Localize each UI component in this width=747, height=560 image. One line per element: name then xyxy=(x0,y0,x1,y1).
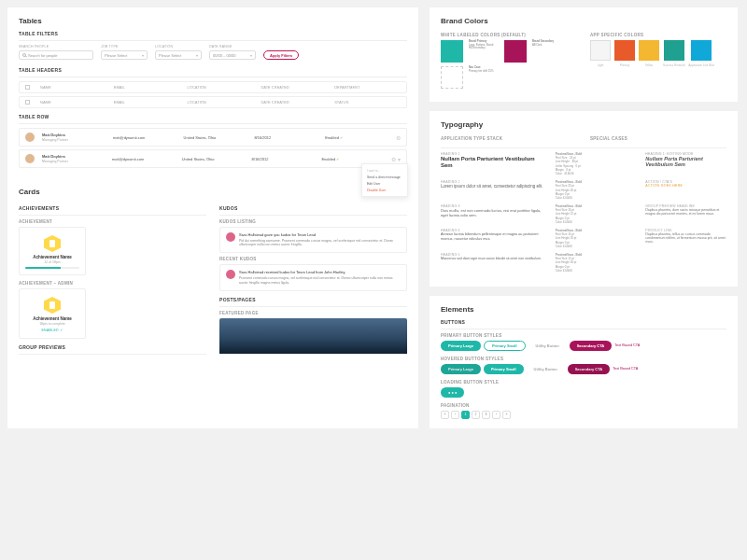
table-header-row: NameEmailLocationDate CreatedStatus xyxy=(19,96,407,108)
achievement-admin-label: Achievement – Admin xyxy=(19,281,206,286)
typography-title: Typography xyxy=(441,120,726,129)
text-cta-button[interactable]: Text Based CTA xyxy=(613,367,638,371)
search-input[interactable]: Search for people xyxy=(19,50,93,60)
heading-1-sample: Nullam Porta Parturient Vestibulum Sem xyxy=(441,156,546,169)
jobtype-select[interactable]: Please Select xyxy=(101,50,148,60)
swatch-secondary xyxy=(504,40,527,63)
app-colors-heading: App Specific Colors xyxy=(590,33,726,37)
checkbox-icon[interactable] xyxy=(25,100,30,105)
kudos-card[interactable]: Sara Hallstead gave you kudos for Team L… xyxy=(219,227,407,253)
avatar xyxy=(226,270,235,279)
menu-item[interactable]: Send a direct message xyxy=(365,174,404,180)
hover-buttons-label: Hovered Button Styles xyxy=(441,357,726,361)
gear-icon[interactable]: ⚙ xyxy=(396,134,401,141)
kudos-card[interactable]: Sara Hallstead received kudos for Team L… xyxy=(219,264,407,290)
swatch xyxy=(691,40,712,61)
daterange-select[interactable]: 00/00 – 00/00 xyxy=(209,50,256,60)
jobtype-label: Job Type xyxy=(101,45,148,49)
gear-icon[interactable]: ⚙ ▾ xyxy=(391,156,401,162)
product-link-sample: Dapibus pharetra, tellus ac cursus commo… xyxy=(645,232,726,244)
featured-page-image[interactable] xyxy=(219,318,407,354)
avatar xyxy=(25,154,35,163)
avatar xyxy=(25,133,35,142)
white-label-heading: White Labeled Colors (Default) xyxy=(441,33,577,37)
achievement-label: Achievement xyxy=(19,219,206,224)
kudos-listing-label: Kudos Listing xyxy=(219,219,407,224)
page-button[interactable]: 2 xyxy=(472,411,480,419)
swatch xyxy=(590,40,611,61)
recent-kudos-label: Recent Kudos xyxy=(219,257,407,261)
progress-bar xyxy=(25,267,79,269)
page-button[interactable]: ‹ xyxy=(451,411,459,419)
swatch xyxy=(614,40,635,61)
group-preview-sample: Dapibus pharetra, dum sociis natoque pen… xyxy=(645,208,726,216)
primary-large-button[interactable]: Primary Large xyxy=(441,341,481,351)
special-cases-heading: Special cases xyxy=(590,136,726,141)
swatch xyxy=(664,40,684,61)
menu-item-disable[interactable]: Disable User xyxy=(365,187,404,193)
elements-title: Elements xyxy=(441,305,726,314)
check-icon: ✓ xyxy=(340,135,343,140)
enabled-badge: ENABLED ✓ xyxy=(25,329,79,332)
check-icon: ✓ xyxy=(336,157,339,161)
filter-row: Search People Search for people Job Type… xyxy=(19,45,407,60)
swatch-navcase xyxy=(441,66,463,89)
achievement-card[interactable]: Achievement Name 18pts to complete ENABL… xyxy=(19,288,86,339)
tables-title: Tables xyxy=(19,17,407,25)
type-stack-heading: Application Type Stack xyxy=(441,136,577,141)
swatch-row: Brand PrimaryLogo, Buttons, Brand H1/Sec… xyxy=(441,40,577,63)
heading-2-sample: Lorem ipsum dolor sit amet, consectetur … xyxy=(441,184,546,189)
location-select[interactable]: Please Select xyxy=(155,50,202,60)
featured-page-label: Featured Page xyxy=(219,311,407,315)
achievement-badge-icon xyxy=(44,235,61,252)
page-button[interactable]: 1 xyxy=(461,411,470,419)
secondary-cta-button[interactable]: Secondary CTA xyxy=(570,341,613,351)
page-button[interactable]: » xyxy=(502,411,511,419)
pagination: «‹123›» xyxy=(441,411,726,419)
page-button[interactable]: 3 xyxy=(482,411,490,419)
posts-pages-heading: Posts/Pages xyxy=(219,297,407,302)
achievement-badge-icon xyxy=(44,297,61,314)
avatar xyxy=(226,232,235,242)
location-label: Location xyxy=(155,45,202,49)
primary-buttons-label: Primary Button Styles xyxy=(441,333,726,338)
achievements-heading: Achievements xyxy=(19,205,206,211)
menu-item[interactable]: Edit User xyxy=(365,180,404,187)
type-spec: ProximaNova - Bold Font Size 24 pt Line … xyxy=(556,152,637,175)
loading-buttons-label: Loading Button Style xyxy=(441,380,726,385)
loading-button[interactable]: ● ● ● xyxy=(441,387,464,398)
checkbox-icon[interactable] xyxy=(25,85,30,90)
row-action-menu: I want to... Send a direct message Edit … xyxy=(361,163,408,197)
achievement-card[interactable]: Achievement Name 12 of 18pts xyxy=(19,227,86,275)
group-previews-heading: Group Previews xyxy=(19,344,206,350)
table-row[interactable]: Matt DoykinsManaging Partner matt@dynami… xyxy=(19,149,407,168)
table-filters-heading: Table Filters xyxy=(19,31,407,36)
page-button[interactable]: › xyxy=(492,411,500,419)
swatch-primary xyxy=(441,40,463,63)
table-header-row: NameEmailLocationDate CreatedDepartment xyxy=(19,81,407,93)
page-button[interactable]: « xyxy=(441,411,449,419)
apply-filters-button[interactable]: Apply Filters xyxy=(263,50,299,60)
brand-colors-title: Brand Colors xyxy=(441,17,726,25)
primary-small-button[interactable]: Primary Small xyxy=(484,341,526,351)
kudos-heading: Kudos xyxy=(219,205,407,211)
table-headers-heading: Table Headers xyxy=(19,67,407,73)
text-cta-button[interactable]: Text Based CTA xyxy=(614,343,640,347)
search-label: Search People xyxy=(19,45,93,49)
pagination-label: Pagination xyxy=(441,403,726,408)
table-row-heading: Table Row xyxy=(19,114,407,119)
secondary-cta-button[interactable]: Secondary CTA xyxy=(568,364,611,374)
heading-4-sample: Aenean lacinia bibendum pellentesque et … xyxy=(441,232,546,242)
action-cta-sample: Action goes here xyxy=(645,184,726,188)
heading-5-sample: Maecenas sed diam eget risus varius blan… xyxy=(441,257,546,261)
swatch xyxy=(639,40,659,61)
utility-button[interactable]: Utility Button xyxy=(529,341,567,351)
table-row[interactable]: Matt DoykinsManaging Partner matt@dynami… xyxy=(19,128,407,147)
search-icon xyxy=(22,53,26,57)
primary-small-button[interactable]: Primary Small xyxy=(484,364,524,374)
primary-large-button[interactable]: Primary Large xyxy=(441,364,481,374)
special-heading-sample: Nullam Porta Parturient Vestibulum Sem xyxy=(645,156,726,167)
utility-button[interactable]: Utility Button xyxy=(527,364,565,374)
heading-3-sample: Duis mollis, est non commodo luctus, nis… xyxy=(441,208,546,217)
buttons-heading: Buttons xyxy=(441,319,726,325)
